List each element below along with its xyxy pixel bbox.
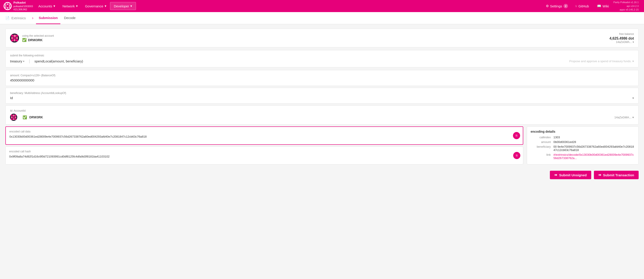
svg-point-4 — [9, 5, 10, 6]
github-link[interactable]: ⑂ GitHub — [572, 0, 592, 12]
footer-actions: ➡ Submit Unsigned ➡ Submit Transaction — [5, 167, 639, 181]
svg-point-6 — [9, 6, 10, 8]
id-chevron-icon: ▾ — [632, 116, 634, 119]
extrinsic-hint: Propose and approve a spend of treasury … — [569, 60, 634, 63]
svg-rect-9 — [14, 35, 16, 37]
svg-rect-10 — [16, 35, 18, 37]
encoded-section: encoded call data 0x13030b00d00361ed2800… — [5, 126, 639, 164]
module-chevron-icon: ▾ — [23, 60, 24, 63]
chain-name: Polkadot — [14, 1, 33, 5]
hint-chevron-icon: ▾ — [632, 60, 634, 63]
wiki-icon: 📖 — [597, 4, 601, 8]
settings-gear-icon: ⚙ — [546, 4, 549, 8]
settings-button[interactable]: ⚙ Settings 2 — [543, 0, 571, 12]
network-chevron-icon — [76, 4, 78, 8]
svg-rect-21 — [11, 117, 12, 118]
svg-rect-16 — [16, 39, 18, 41]
account-info: using the selected account ✅ DRW3RK — [22, 34, 610, 42]
nav-right-section: ⚙ Settings 2 ⑂ GitHub 📖 Wiki Parity Polk… — [543, 0, 640, 12]
github-icon: ⑂ — [575, 4, 577, 8]
app-version: Parity Polkadot v1.16.1 api v14.2.3 apps… — [613, 1, 640, 12]
balance-display: free balance 4,625.4986 dot 14aZsGMA... … — [610, 33, 634, 44]
beneficiary-chevron-icon: ▾ — [632, 96, 634, 100]
module-selector[interactable]: treasury ▾ — [10, 59, 24, 63]
svg-rect-20 — [15, 115, 16, 116]
account-name: ✅ DRW3RK — [22, 38, 610, 42]
beneficiary-select-row: Id ▾ — [10, 96, 634, 100]
id-account-param: Id: AccountId ✅ DRW3RK 14a — [5, 105, 639, 125]
encoded-call-data: encoded call data 0x13030b00d00361ed2800… — [5, 126, 523, 145]
network-menu[interactable]: Network — [59, 0, 82, 12]
tab-submission[interactable]: Submission — [36, 12, 60, 24]
beneficiary-param: beneficiary: MultiAddress (AccountIdLook… — [5, 88, 639, 104]
svg-rect-15 — [14, 39, 16, 41]
accounts-chevron-icon — [54, 4, 55, 8]
svg-rect-19 — [13, 115, 14, 116]
svg-rect-23 — [15, 117, 16, 118]
decode-link[interactable]: #/extrinsics/decode/0x13030b00d00361ed28… — [554, 153, 635, 160]
chain-block: polkadot/1003003 — [14, 5, 33, 8]
svg-rect-14 — [11, 39, 14, 41]
submit-unsigned-icon: ➡ — [554, 173, 557, 177]
svg-rect-12 — [13, 37, 16, 39]
id-avatar — [10, 114, 17, 121]
id-verified-icon: ✅ — [22, 115, 27, 119]
submit-unsigned-button[interactable]: ➡ Submit Unsigned — [550, 171, 591, 179]
chain-blocknum: #23,308,962 — [14, 8, 33, 11]
breadcrumb-chevron: › — [32, 16, 33, 20]
extrinsic-selector: submit the following extrinsic treasury … — [5, 50, 639, 67]
tab-decode[interactable]: Decode — [61, 12, 78, 24]
governance-chevron-icon — [105, 4, 106, 8]
polkadot-icon — [4, 2, 12, 10]
chain-logo[interactable]: Polkadot polkadot/1003003 #23,308,962 — [4, 1, 33, 11]
top-navigation: Polkadot polkadot/1003003 #23,308,962 Ac… — [0, 0, 644, 12]
svg-rect-22 — [13, 117, 15, 118]
breadcrumb-section: 📄 Extrinsics — [5, 16, 29, 20]
svg-point-3 — [5, 5, 6, 6]
encoded-call-hash: encoded call hash 0x9f09a8a74d92f1d16c6f… — [5, 147, 523, 164]
account-address[interactable]: 14aZsGMA... ▾ — [610, 41, 634, 44]
subnav: 📄 Extrinsics › Submission Decode — [0, 12, 644, 24]
copy-call-data-button[interactable]: ⎘ — [513, 132, 520, 139]
svg-rect-11 — [11, 37, 13, 39]
amount-param: amount: Compact<u128> (BalanceOf) 450000… — [5, 70, 639, 86]
svg-rect-24 — [11, 118, 13, 120]
copy-icon: ⎘ — [516, 154, 518, 157]
svg-rect-8 — [11, 35, 14, 37]
copy-icon: ⎘ — [516, 134, 518, 137]
avatar — [10, 34, 19, 43]
settings-badge: 2 — [564, 4, 568, 8]
accounts-menu[interactable]: Accounts — [35, 0, 59, 12]
svg-point-5 — [5, 6, 6, 8]
separator: | — [29, 59, 30, 64]
submit-transaction-button[interactable]: ➡ Submit Transaction — [594, 171, 639, 179]
svg-rect-18 — [11, 115, 13, 116]
svg-rect-25 — [13, 118, 14, 120]
developer-chevron-icon — [130, 4, 132, 8]
main-content: using the selected account ✅ DRW3RK free… — [0, 24, 644, 185]
svg-point-2 — [7, 8, 8, 9]
svg-rect-26 — [15, 118, 16, 120]
submit-transaction-icon: ➡ — [598, 173, 601, 177]
extrinsics-icon: 📄 — [5, 16, 10, 20]
encoding-details: encoding details callindex 1303 amount 0… — [527, 126, 639, 164]
chevron-down-icon: ▾ — [632, 41, 634, 44]
governance-menu[interactable]: Governance — [82, 0, 110, 12]
id-address[interactable]: 14aZsGMA... ▾ — [614, 116, 634, 119]
svg-rect-13 — [16, 37, 18, 39]
wiki-link[interactable]: 📖 Wiki — [594, 0, 612, 12]
extrinsic-row: treasury ▾ | spendLocal(amount, benefici… — [10, 59, 634, 64]
copy-call-hash-button[interactable]: ⎘ — [513, 152, 520, 159]
svg-point-1 — [7, 4, 8, 5]
verified-icon: ✅ — [22, 38, 26, 42]
developer-menu[interactable]: Developer — [110, 2, 136, 10]
account-selector: using the selected account ✅ DRW3RK free… — [5, 29, 639, 48]
